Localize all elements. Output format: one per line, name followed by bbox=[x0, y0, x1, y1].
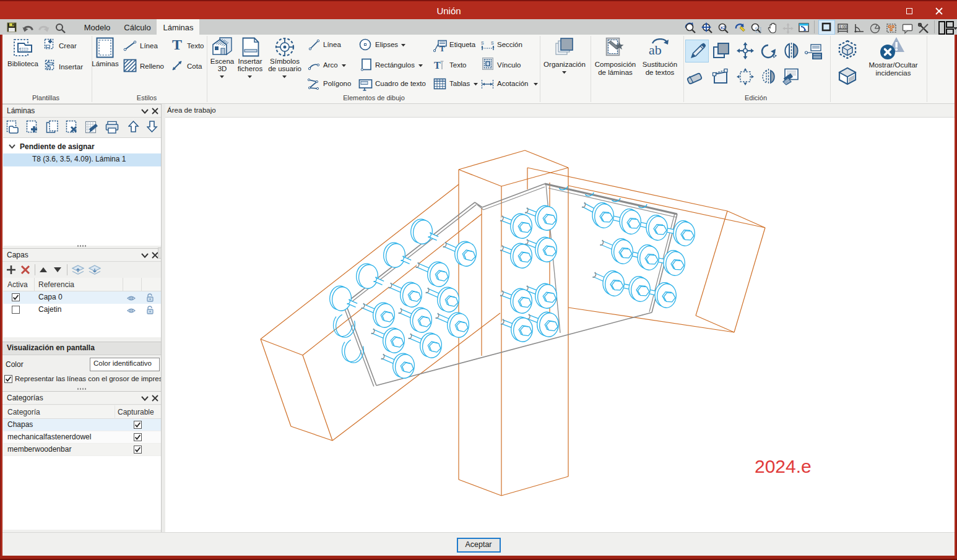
svg-text:1.00: 1.00 bbox=[839, 25, 847, 29]
svg-text:T: T bbox=[440, 44, 445, 52]
svg-text:S: S bbox=[481, 41, 484, 45]
svg-text:T: T bbox=[172, 38, 182, 51]
svg-text:2024.e: 2024.e bbox=[755, 456, 812, 476]
svg-text:ab: ab bbox=[649, 42, 662, 57]
svg-text:x2: x2 bbox=[721, 25, 726, 30]
svg-text:S: S bbox=[491, 41, 494, 45]
svg-text:T: T bbox=[434, 60, 441, 71]
